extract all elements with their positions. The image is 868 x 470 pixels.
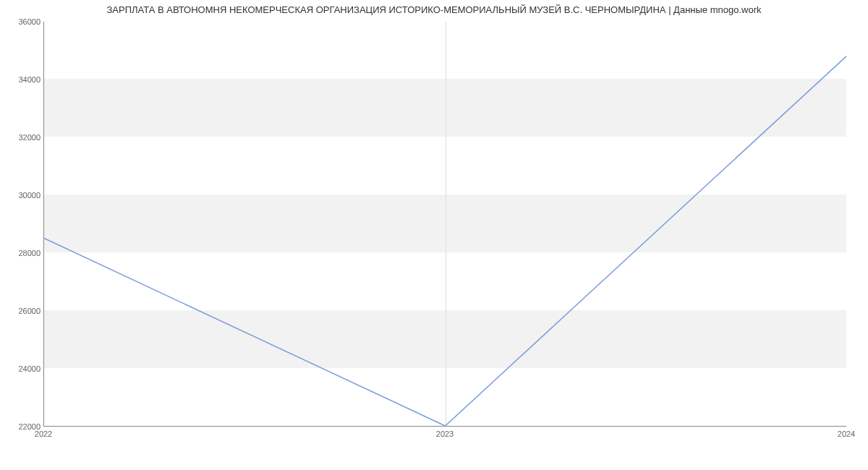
x-tick-label: 2022	[35, 430, 52, 438]
chart-title: ЗАРПЛАТА В АВТОНОМНЯ НЕКОМЕРЧЕСКАЯ ОРГАН…	[0, 4, 868, 15]
plot-area	[43, 22, 846, 427]
x-tick-label: 2023	[436, 430, 454, 438]
series-line	[44, 56, 846, 426]
y-tick-label: 34000	[17, 75, 41, 84]
x-tick-label: 2024	[838, 430, 855, 438]
y-tick-label: 26000	[17, 307, 41, 315]
y-tick-label: 36000	[17, 17, 41, 26]
line-layer	[44, 22, 846, 426]
y-tick-label: 24000	[17, 364, 41, 373]
y-tick-label: 30000	[17, 191, 41, 200]
y-tick-label: 32000	[17, 133, 41, 142]
salary-line-chart: ЗАРПЛАТА В АВТОНОМНЯ НЕКОМЕРЧЕСКАЯ ОРГАН…	[0, 0, 868, 470]
y-tick-label: 28000	[17, 249, 41, 257]
